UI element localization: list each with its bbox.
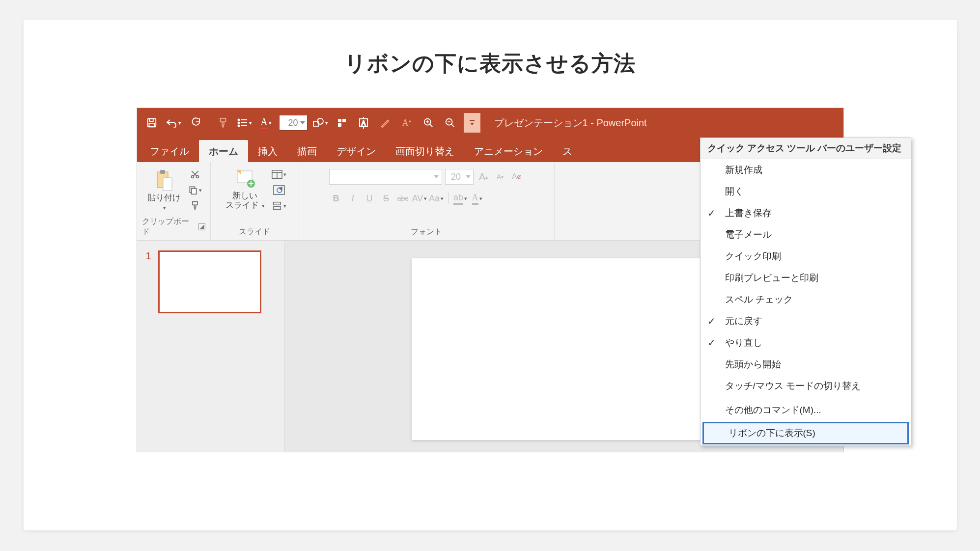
section-icon[interactable]: ▾ — [272, 199, 286, 212]
ink-icon[interactable] — [375, 113, 395, 133]
new-slide-label-1: 新しい — [232, 191, 257, 200]
dropdown-item-9[interactable]: 先頭から開始 — [700, 354, 911, 375]
dropdown-item-label: 上書き保存 — [725, 207, 772, 220]
reset-icon[interactable] — [272, 184, 286, 196]
dropdown-item-label: 新規作成 — [725, 164, 762, 176]
tab-slideshow[interactable]: ス — [553, 140, 582, 162]
redo-icon[interactable] — [185, 113, 205, 133]
qat-divider — [209, 116, 209, 130]
svg-line-24 — [451, 124, 454, 127]
svg-rect-36 — [192, 189, 196, 194]
svg-rect-1 — [149, 119, 153, 122]
title-bar: ▾ ▾ A ▾ 20 ▾ — [137, 108, 843, 138]
text-shadow-icon[interactable]: abc — [396, 192, 410, 205]
dropdown-item-0[interactable]: 新規作成 — [700, 159, 911, 181]
check-icon: ✓ — [707, 315, 716, 327]
dropdown-item-label: 電子メール — [725, 228, 772, 241]
strike-button[interactable]: S — [379, 192, 393, 205]
tab-insert[interactable]: 挿入 — [248, 140, 287, 162]
bullets-icon[interactable]: ▾ — [235, 113, 254, 133]
dropdown-item-label: クイック印刷 — [725, 250, 781, 263]
slide-thumbnail-preview — [158, 250, 261, 313]
dropdown-item-more-commands[interactable]: その他のコマンド(M)... — [700, 399, 911, 421]
more-commands-label: その他のコマンド(M)... — [725, 404, 821, 416]
slide-thumbnail-1[interactable]: 1 — [146, 250, 275, 313]
svg-rect-3 — [220, 118, 225, 122]
font-family-combo[interactable] — [329, 169, 442, 185]
new-slide-label-2: スライド — [225, 200, 259, 210]
svg-rect-12 — [338, 119, 341, 122]
show-below-ribbon-label: リボンの下に表示(S) — [728, 427, 815, 440]
grow-font-icon[interactable]: A▴ — [476, 170, 490, 184]
dropdown-item-show-below-ribbon[interactable]: リボンの下に表示(S) — [702, 422, 909, 444]
dropdown-item-4[interactable]: クイック印刷 — [700, 246, 911, 267]
check-icon: ✓ — [707, 337, 716, 349]
align-icon[interactable] — [332, 113, 352, 133]
dropdown-item-label: やり直し — [725, 336, 762, 349]
text-box-icon[interactable]: A — [354, 113, 373, 133]
tab-file[interactable]: ファイル — [140, 140, 199, 162]
zoom-in-icon[interactable] — [419, 113, 438, 133]
paste-button[interactable]: 貼り付け▾ — [144, 166, 184, 214]
change-case-icon[interactable]: Aa▾ — [429, 192, 443, 205]
layout-icon[interactable]: ▾ — [272, 168, 286, 181]
shapes-qat-icon[interactable]: ▾ — [310, 113, 330, 133]
svg-rect-49 — [274, 207, 281, 210]
slides-group-label: スライド — [239, 227, 270, 237]
current-slide[interactable] — [412, 258, 716, 440]
svg-rect-30 — [163, 178, 172, 191]
save-icon[interactable] — [142, 113, 162, 133]
dropdown-item-5[interactable]: 印刷プレビューと印刷 — [700, 267, 911, 289]
qat-font-size-combo[interactable]: 20 — [279, 115, 308, 131]
dropdown-item-1[interactable]: 開く — [700, 181, 911, 202]
underline-button[interactable]: U — [363, 192, 376, 205]
customize-qat-button[interactable] — [464, 113, 480, 133]
dropdown-item-label: 先頭から開始 — [725, 358, 781, 371]
customize-qat-dropdown: クイック アクセス ツール バーのユーザー設定 新規作成開く✓上書き保存電子メー… — [700, 138, 911, 446]
dropdown-item-6[interactable]: スペル チェック — [700, 289, 911, 310]
bold-button[interactable]: B — [329, 192, 343, 205]
tab-transitions[interactable]: 画面切り替え — [386, 140, 464, 162]
dropdown-item-2[interactable]: ✓上書き保存 — [700, 202, 911, 224]
svg-point-6 — [238, 122, 239, 124]
tab-draw[interactable]: 描画 — [287, 140, 327, 162]
svg-point-4 — [238, 119, 239, 121]
tab-design[interactable]: デザイン — [327, 140, 386, 162]
dropdown-item-8[interactable]: ✓やり直し — [700, 332, 911, 354]
svg-rect-46 — [274, 186, 284, 194]
slide-thumbnail-panel: 1 — [137, 241, 284, 452]
clipboard-dialog-launcher[interactable] — [198, 223, 205, 230]
svg-rect-37 — [193, 202, 197, 205]
slide-number: 1 — [146, 250, 151, 313]
font-color-icon[interactable]: A ▾ — [256, 113, 276, 133]
dropdown-item-3[interactable]: 電子メール — [700, 224, 911, 246]
page-heading: リボンの下に表示させる方法 — [344, 49, 636, 78]
check-icon: ✓ — [707, 207, 716, 219]
font-grow-qat-icon[interactable]: A▴ — [397, 113, 417, 133]
highlight-icon[interactable]: ab▾ — [453, 192, 467, 205]
char-spacing-icon[interactable]: AV▾ — [413, 192, 426, 205]
undo-icon[interactable]: ▾ — [164, 113, 183, 133]
dropdown-item-10[interactable]: タッチ/マウス モードの切り替え — [700, 375, 911, 397]
font-color-ribbon-icon[interactable]: A▾ — [470, 192, 484, 205]
window-title: プレゼンテーション1 - PowerPoint — [494, 116, 647, 130]
font-size-combo[interactable]: 20 — [445, 169, 474, 185]
shrink-font-icon[interactable]: A▾ — [493, 170, 507, 184]
copy-icon[interactable]: ▾ — [188, 184, 202, 196]
svg-line-20 — [429, 124, 432, 127]
tab-home[interactable]: ホーム — [199, 140, 248, 162]
svg-rect-29 — [160, 170, 165, 174]
svg-rect-14 — [338, 123, 341, 127]
dropdown-item-label: 開く — [725, 185, 744, 198]
dropdown-item-7[interactable]: ✓元に戻す — [700, 310, 911, 332]
format-painter-icon[interactable] — [213, 113, 233, 133]
new-slide-button[interactable]: 新しいスライド ▾ — [223, 166, 268, 212]
clear-format-icon[interactable]: A⊘ — [510, 170, 524, 184]
zoom-out-icon[interactable] — [440, 113, 460, 133]
instruction-card: リボンの下に表示させる方法 ▾ ▾ A ▾ — [24, 20, 957, 530]
tab-animations[interactable]: アニメーション — [464, 140, 553, 162]
group-font: 20 A▴ A▾ A⊘ B I U S abc AV▾ Aa▾ a — [299, 162, 555, 240]
format-painter-ribbon-icon[interactable] — [188, 199, 202, 212]
italic-button[interactable]: I — [346, 192, 360, 205]
cut-icon[interactable] — [188, 168, 202, 181]
